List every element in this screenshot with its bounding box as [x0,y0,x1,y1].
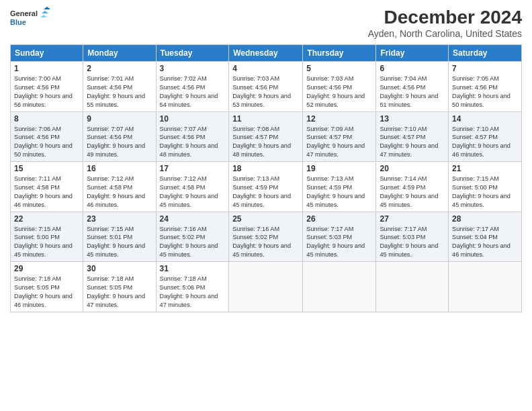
day-number: 21 [452,164,518,173]
svg-marker-3 [42,11,48,13]
day-number: 11 [232,114,299,124]
page: General Blue December 2024 Ayden, North … [0,0,532,411]
day-info: Sunrise: 7:12 AM Sunset: 4:58 PM Dayligh… [87,175,152,210]
day-info: Sunrise: 7:15 AM Sunset: 5:01 PM Dayligh… [87,225,152,260]
calendar-cell: 10 Sunrise: 7:07 AM Sunset: 4:56 PM Dayl… [156,111,229,162]
calendar-cell: 24 Sunrise: 7:16 AM Sunset: 5:02 PM Dayl… [156,212,229,262]
day-number: 20 [380,164,445,173]
day-info: Sunrise: 7:16 AM Sunset: 5:02 PM Dayligh… [160,225,226,260]
calendar-cell: 7 Sunrise: 7:05 AM Sunset: 4:56 PM Dayli… [449,62,522,112]
day-number: 7 [452,64,518,73]
header: General Blue December 2024 Ayden, North … [10,7,522,39]
calendar-week-4: 22 Sunrise: 7:15 AM Sunset: 5:00 PM Dayl… [11,212,522,262]
calendar-cell: 27 Sunrise: 7:17 AM Sunset: 5:03 PM Dayl… [376,212,449,262]
day-info: Sunrise: 7:06 AM Sunset: 4:56 PM Dayligh… [14,125,79,160]
day-number: 27 [380,214,445,224]
day-number: 10 [160,114,226,124]
day-number: 13 [380,114,445,124]
day-info: Sunrise: 7:04 AM Sunset: 4:56 PM Dayligh… [380,75,445,109]
day-info: Sunrise: 7:17 AM Sunset: 5:03 PM Dayligh… [380,225,445,260]
calendar-cell: 29 Sunrise: 7:18 AM Sunset: 5:05 PM Dayl… [11,262,83,312]
calendar-cell: 12 Sunrise: 7:09 AM Sunset: 4:57 PM Dayl… [303,111,376,162]
day-info: Sunrise: 7:12 AM Sunset: 4:58 PM Dayligh… [160,175,226,210]
calendar-cell: 16 Sunrise: 7:12 AM Sunset: 4:58 PM Dayl… [83,162,156,212]
day-number: 5 [306,64,372,73]
day-number: 31 [160,264,226,273]
logo-svg: General Blue [10,7,50,30]
calendar-cell: 26 Sunrise: 7:17 AM Sunset: 5:03 PM Dayl… [303,212,376,262]
day-number: 6 [380,64,445,73]
calendar-week-1: 1 Sunrise: 7:00 AM Sunset: 4:56 PM Dayli… [11,62,522,112]
calendar-cell: 6 Sunrise: 7:04 AM Sunset: 4:56 PM Dayli… [376,62,449,112]
day-info: Sunrise: 7:10 AM Sunset: 4:57 PM Dayligh… [380,125,445,160]
day-number: 4 [232,64,299,73]
calendar-cell: 18 Sunrise: 7:13 AM Sunset: 4:59 PM Dayl… [229,162,303,212]
day-number: 26 [306,214,372,224]
day-info: Sunrise: 7:03 AM Sunset: 4:56 PM Dayligh… [306,75,372,109]
day-number: 28 [452,214,518,224]
day-number: 22 [14,214,79,224]
header-tuesday: Tuesday [156,45,229,62]
day-info: Sunrise: 7:07 AM Sunset: 4:56 PM Dayligh… [87,125,152,160]
day-info: Sunrise: 7:11 AM Sunset: 4:58 PM Dayligh… [14,175,79,210]
day-number: 3 [160,64,226,73]
day-number: 23 [87,214,152,224]
day-info: Sunrise: 7:03 AM Sunset: 4:56 PM Dayligh… [232,75,299,109]
calendar-cell: 21 Sunrise: 7:15 AM Sunset: 5:00 PM Dayl… [449,162,522,212]
day-info: Sunrise: 7:09 AM Sunset: 4:57 PM Dayligh… [306,125,372,160]
day-info: Sunrise: 7:05 AM Sunset: 4:56 PM Dayligh… [452,75,518,109]
day-number: 9 [87,114,152,124]
day-info: Sunrise: 7:17 AM Sunset: 5:04 PM Dayligh… [452,225,518,260]
day-info: Sunrise: 7:07 AM Sunset: 4:56 PM Dayligh… [160,125,226,160]
day-info: Sunrise: 7:16 AM Sunset: 5:02 PM Dayligh… [232,225,299,260]
calendar-cell: 11 Sunrise: 7:08 AM Sunset: 4:57 PM Dayl… [229,111,303,162]
calendar-cell: 13 Sunrise: 7:10 AM Sunset: 4:57 PM Dayl… [376,111,449,162]
calendar-cell: 14 Sunrise: 7:10 AM Sunset: 4:57 PM Dayl… [449,111,522,162]
calendar-cell: 20 Sunrise: 7:14 AM Sunset: 4:59 PM Dayl… [376,162,449,212]
header-wednesday: Wednesday [229,45,303,62]
header-friday: Friday [376,45,449,62]
calendar-cell: 22 Sunrise: 7:15 AM Sunset: 5:00 PM Dayl… [11,212,83,262]
day-info: Sunrise: 7:15 AM Sunset: 5:00 PM Dayligh… [452,175,518,210]
day-info: Sunrise: 7:02 AM Sunset: 4:56 PM Dayligh… [160,75,226,109]
header-sunday: Sunday [11,45,83,62]
main-title: December 2024 [368,7,522,28]
svg-text:General: General [10,9,38,17]
day-number: 16 [87,164,152,173]
day-info: Sunrise: 7:18 AM Sunset: 5:05 PM Dayligh… [14,275,79,310]
day-info: Sunrise: 7:18 AM Sunset: 5:06 PM Dayligh… [160,275,226,310]
svg-text:Blue: Blue [10,18,26,26]
day-info: Sunrise: 7:14 AM Sunset: 4:59 PM Dayligh… [380,175,445,210]
day-number: 19 [306,164,372,173]
calendar-week-5: 29 Sunrise: 7:18 AM Sunset: 5:05 PM Dayl… [11,262,522,312]
calendar-cell: 5 Sunrise: 7:03 AM Sunset: 4:56 PM Dayli… [303,62,376,112]
calendar-header-row: Sunday Monday Tuesday Wednesday Thursday… [11,45,522,62]
calendar-cell: 30 Sunrise: 7:18 AM Sunset: 5:05 PM Dayl… [83,262,156,312]
day-info: Sunrise: 7:10 AM Sunset: 4:57 PM Dayligh… [452,125,518,160]
day-number: 2 [87,64,152,73]
calendar-cell [303,262,376,312]
day-number: 24 [160,214,226,224]
calendar-cell [449,262,522,312]
day-info: Sunrise: 7:17 AM Sunset: 5:03 PM Dayligh… [306,225,372,260]
day-info: Sunrise: 7:13 AM Sunset: 4:59 PM Dayligh… [306,175,372,210]
calendar-cell: 23 Sunrise: 7:15 AM Sunset: 5:01 PM Dayl… [83,212,156,262]
day-number: 25 [232,214,299,224]
calendar-cell [229,262,303,312]
title-block: December 2024 Ayden, North Carolina, Uni… [368,7,522,39]
calendar-week-3: 15 Sunrise: 7:11 AM Sunset: 4:58 PM Dayl… [11,162,522,212]
header-thursday: Thursday [303,45,376,62]
header-saturday: Saturday [449,45,522,62]
logo: General Blue [10,7,50,30]
svg-marker-2 [44,7,50,9]
calendar-cell: 9 Sunrise: 7:07 AM Sunset: 4:56 PM Dayli… [83,111,156,162]
day-info: Sunrise: 7:00 AM Sunset: 4:56 PM Dayligh… [14,75,79,109]
day-number: 14 [452,114,518,124]
calendar-cell: 15 Sunrise: 7:11 AM Sunset: 4:58 PM Dayl… [11,162,83,212]
calendar-table: Sunday Monday Tuesday Wednesday Thursday… [10,44,522,312]
day-info: Sunrise: 7:01 AM Sunset: 4:56 PM Dayligh… [87,75,152,109]
calendar-cell: 3 Sunrise: 7:02 AM Sunset: 4:56 PM Dayli… [156,62,229,112]
day-number: 1 [14,64,79,73]
calendar-cell: 19 Sunrise: 7:13 AM Sunset: 4:59 PM Dayl… [303,162,376,212]
calendar-week-2: 8 Sunrise: 7:06 AM Sunset: 4:56 PM Dayli… [11,111,522,162]
